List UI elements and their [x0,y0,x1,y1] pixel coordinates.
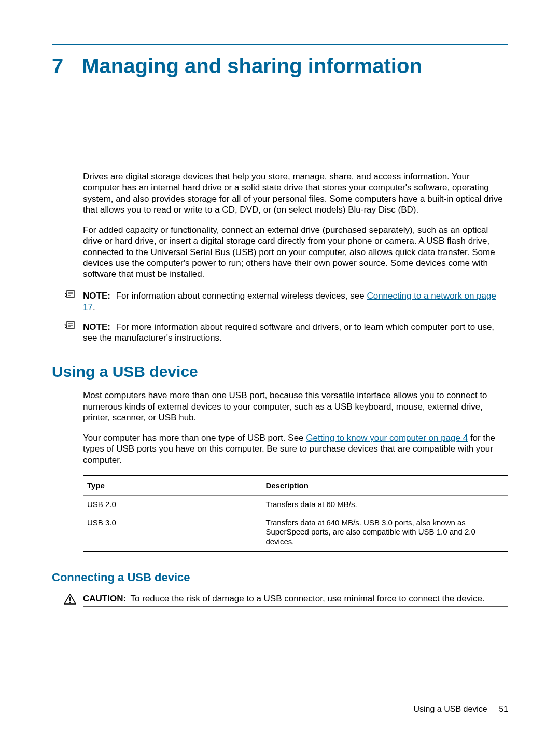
chapter-number: 7 [52,54,63,78]
note-1-text-post: . [93,302,95,312]
svg-point-13 [69,602,71,603]
intro-paragraph-2: For added capacity or functionality, con… [83,224,508,279]
note-icon [64,321,76,333]
table-row: USB 2.0 Transfers data at 60 MB/s. [83,495,508,513]
table-header-type: Type [83,475,261,496]
heading-connecting-usb: Connecting a USB device [52,571,508,584]
usb-paragraph-2: Your computer has more than one type of … [83,432,508,466]
caution-block: CAUTION: To reduce the risk of damage to… [61,592,508,607]
usb-types-table: Type Description USB 2.0 Transfers data … [83,475,508,552]
table-row: USB 3.0 Transfers data at 640 MB/s. USB … [83,514,508,552]
chapter-rule [52,44,508,45]
heading-using-usb: Using a USB device [52,363,508,381]
note-1-text-pre: For information about connecting externa… [116,291,367,301]
note-label: NOTE: [83,322,110,332]
caution-icon [64,594,76,607]
table-header-description: Description [261,475,508,496]
note-icon [64,290,76,302]
cell-description: Transfers data at 60 MB/s. [261,495,508,513]
intro-paragraph-1: Drives are digital storage devices that … [83,171,508,215]
page-footer: Using a USB device 51 [413,705,508,714]
caution-label: CAUTION: [83,594,126,603]
chapter-heading: 7 Managing and sharing information [52,54,508,78]
usb-p2-pre: Your computer has more than one type of … [83,433,306,443]
cell-type: USB 2.0 [83,495,261,513]
note-2: NOTE: For more information about require… [61,320,508,344]
note-label: NOTE: [83,291,110,301]
usb-paragraph-1: Most computers have more than one USB po… [83,390,508,423]
caution-body: To reduce the risk of damage to a USB co… [131,594,485,603]
chapter-title: Managing and sharing information [82,54,422,78]
cell-type: USB 3.0 [83,514,261,552]
note-2-text: For more information about required soft… [83,322,494,343]
note-1: NOTE: For information about connecting e… [61,289,508,313]
cell-description: Transfers data at 640 MB/s. USB 3.0 port… [261,514,508,552]
footer-page-number: 51 [499,705,508,713]
link-getting-to-know[interactable]: Getting to know your computer on page 4 [306,433,468,443]
footer-section-title: Using a USB device [413,705,487,713]
